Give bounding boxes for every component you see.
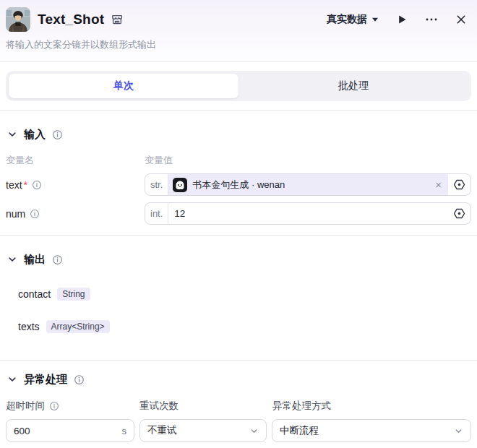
info-icon (52, 254, 63, 265)
timeout-unit: s (122, 426, 127, 436)
input-row-text: text * str. (6, 173, 471, 196)
input-row-num: num int. 12 (6, 202, 471, 225)
input-section-title: 输入 (24, 128, 46, 142)
retry-value: 不重试 (147, 424, 177, 437)
type-badge: Array<String> (46, 320, 110, 333)
node-description: 将输入的文案分镜并以数组形式输出 (6, 38, 467, 61)
divider (0, 235, 477, 236)
node-avatar (6, 7, 30, 32)
input-section: 输入 变量名 变量值 text * str. (0, 125, 477, 225)
handle-value: 中断流程 (280, 424, 319, 437)
info-icon (74, 374, 85, 385)
output-section-title: 输出 (24, 253, 46, 267)
exception-section-title: 异常处理 (24, 373, 67, 387)
divider (0, 61, 477, 62)
num-value: 12 (168, 208, 448, 219)
node-config-panel: Text_Shot 真实数据 (0, 0, 477, 448)
column-header-value: 变量值 (145, 154, 173, 167)
chevron-down-icon[interactable] (7, 254, 17, 264)
info-icon (52, 129, 63, 140)
info-icon (30, 209, 40, 219)
chevron-down-icon (249, 426, 259, 436)
run-mode-tabs: 单次 批处理 (6, 71, 471, 101)
store-icon (111, 13, 124, 26)
info-icon (49, 401, 59, 411)
more-options-button[interactable] (425, 14, 438, 25)
timeout-value: 600 (14, 426, 30, 436)
column-header-name: 变量名 (6, 154, 145, 167)
param-name: text (6, 179, 22, 191)
run-button[interactable] (396, 14, 408, 25)
data-mode-dropdown[interactable]: 真实数据 (327, 13, 379, 26)
header: Text_Shot 真实数据 (0, 0, 477, 61)
output-item-texts: texts Array<String> (6, 319, 471, 335)
reference-chip[interactable]: 书本金句生成 · wenan × (168, 174, 448, 195)
reference-picker-icon[interactable] (448, 207, 470, 220)
data-mode-label: 真实数据 (327, 13, 367, 26)
retry-select[interactable]: 不重试 (139, 419, 267, 442)
output-section: 输出 contact String texts Array<String> (0, 250, 477, 335)
handle-label: 异常处理方式 (272, 400, 331, 413)
close-button[interactable] (455, 14, 467, 25)
type-prefix: str. (145, 174, 168, 195)
chevron-down-icon (454, 426, 463, 436)
tab-single[interactable]: 单次 (9, 74, 239, 98)
output-item-contact: contact String (6, 286, 471, 302)
timeout-label: 超时时间 (6, 400, 45, 413)
num-value-input[interactable]: int. 12 (145, 202, 471, 225)
required-asterisk: * (24, 179, 27, 191)
reference-label: 书本金句生成 · wenan (192, 178, 285, 191)
info-icon (32, 180, 42, 190)
timeout-input[interactable]: 600 s (6, 419, 134, 442)
exception-section: 异常处理 超时时间 重试次数 异常处理方式 600 s 不重试 (0, 370, 477, 442)
type-prefix: int. (145, 203, 168, 224)
coze-bot-icon (173, 178, 187, 192)
param-name: num (6, 208, 25, 220)
dropdown-caret-icon (371, 17, 379, 22)
chevron-down-icon[interactable] (7, 129, 17, 139)
node-title: Text_Shot (38, 12, 104, 27)
remove-reference-icon[interactable]: × (435, 179, 442, 190)
tab-batch[interactable]: 批处理 (239, 74, 468, 98)
text-value-input[interactable]: str. 书本金句生成 · wenan × (145, 173, 471, 196)
output-name: texts (18, 321, 40, 332)
exception-handle-select[interactable]: 中断流程 (272, 419, 471, 442)
type-badge: String (57, 288, 90, 301)
retry-label: 重试次数 (139, 400, 272, 413)
reference-picker-icon[interactable] (448, 178, 470, 191)
divider (0, 110, 477, 111)
chevron-down-icon[interactable] (7, 374, 17, 384)
output-name: contact (18, 288, 51, 300)
divider (0, 360, 477, 361)
